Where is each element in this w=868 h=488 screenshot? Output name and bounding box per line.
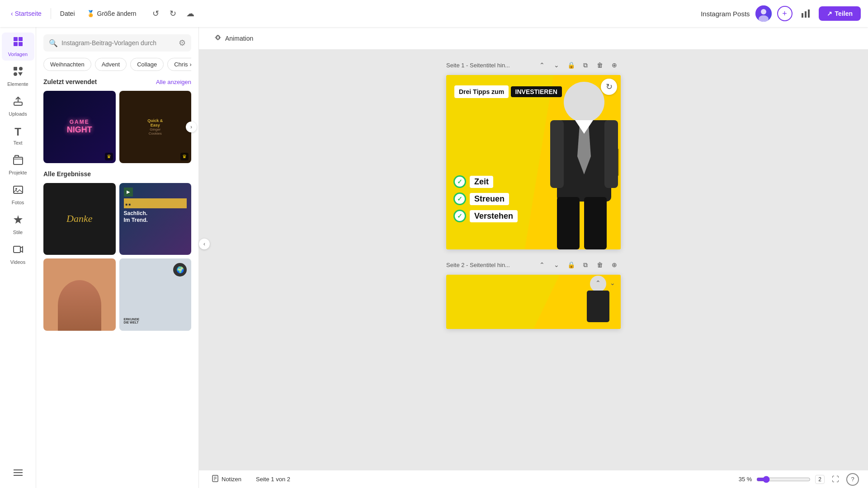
page-2-top-expand[interactable]: ⌄ (606, 277, 619, 289)
canvas-scroll[interactable]: Seite 1 - Seitentitel hin... ⌃ ⌄ 🔒 ⧉ 🗑 ⊕ (199, 50, 868, 470)
svg-rect-14 (14, 102, 22, 105)
sidebar-item-text[interactable]: T Text (2, 122, 34, 149)
template-danke[interactable]: Danke (43, 183, 116, 255)
sidebar-item-vorlagen[interactable]: Vorlagen (2, 33, 34, 61)
check-item-2: ✓ Streuen (453, 192, 518, 205)
add-button[interactable]: + (777, 6, 793, 21)
page-1-add-btn[interactable]: ⊕ (608, 59, 621, 71)
page-2-lock-btn[interactable]: 🔒 (565, 258, 577, 271)
checklist: ✓ Zeit ✓ Streuen ✓ Verstehen (453, 175, 518, 222)
all-results-header: Alle Ergebnisse (43, 170, 191, 178)
project-name: Instagram Posts (701, 10, 750, 18)
animation-label: Animation (225, 35, 253, 42)
page-1-delete-btn[interactable]: 🗑 (594, 59, 606, 71)
design-canvas-page-1[interactable]: Drei Tipps zum INVESTIEREN ✓ Zeit ✓ Stre… (446, 75, 621, 249)
svg-point-11 (19, 67, 23, 70)
filter-icon[interactable]: ⚙ (179, 38, 186, 48)
sidebar-item-videos[interactable]: Videos (2, 240, 34, 268)
notes-icon (212, 475, 219, 483)
save-cloud-button[interactable]: ☁ (183, 6, 198, 21)
page-1-copy-btn[interactable]: ⧉ (579, 59, 592, 71)
sidebar-item-uploads[interactable]: Uploads (2, 92, 34, 120)
template-sachlich[interactable]: ▶ ■ ■ Sachlich.Im Trend. (119, 183, 192, 255)
page-1-collapse-btn[interactable]: ⌃ (536, 59, 548, 71)
template-couple[interactable] (43, 258, 116, 331)
undo-button[interactable]: ↺ (148, 6, 164, 21)
check-icon-1: ✓ (453, 175, 466, 188)
svg-point-24 (564, 82, 604, 122)
sidebar-item-elemente[interactable]: Elemente (2, 62, 34, 90)
page-2-header: Seite 2 - Seitentitel hin... ⌃ ⌄ 🔒 ⧉ 🗑 ⊕ (446, 258, 621, 271)
notes-svg (212, 475, 219, 482)
tag-chris[interactable]: Chris › (167, 58, 191, 71)
datei-menu[interactable]: Datei (57, 7, 79, 20)
cookie-content: Quick & Easy Ginger Cookies (147, 118, 163, 136)
tag-collage[interactable]: Collage (130, 58, 164, 71)
search-input[interactable] (61, 39, 175, 47)
size-change-button[interactable]: 🏅 Größe ändern (82, 7, 141, 20)
tag-row: Weihnachten Advent Collage Chris › (43, 58, 191, 71)
photo-icon (13, 184, 24, 195)
template-world[interactable]: 🌍 ERKUNDE DIE WELT (119, 258, 192, 331)
template-cookie[interactable]: Quick & Easy Ginger Cookies ♛ (119, 91, 192, 163)
elements-icon (13, 66, 24, 77)
folder-icon (13, 155, 24, 165)
header-tools: ↺ ↻ ☁ (148, 6, 198, 21)
sidebar-item-fotos[interactable]: Fotos (2, 181, 34, 209)
avatar-image (755, 5, 772, 22)
sidebar-item-stile[interactable]: Stile (2, 211, 34, 239)
sidebar-item-projekte[interactable]: Projekte (2, 151, 34, 179)
canvas-area: Animation Seite 1 - Seitentitel hin... ⌃… (199, 27, 868, 488)
svg-point-1 (761, 9, 766, 14)
zoom-slider[interactable] (756, 476, 811, 483)
page-2-ctrl-row: ⌃ ⌄ (592, 277, 619, 289)
page-2-expand-btn[interactable]: ⌄ (550, 258, 563, 271)
redo-button[interactable]: ↻ (165, 6, 181, 21)
elemente-icon (13, 66, 24, 80)
canvas-refresh-button[interactable]: ↻ (601, 79, 617, 95)
videos-icon (13, 244, 24, 258)
page-1-controls: ⌃ ⌄ 🔒 ⧉ 🗑 ⊕ (536, 59, 621, 71)
page-2-container: Seite 2 - Seitentitel hin... ⌃ ⌄ 🔒 ⧉ 🗑 ⊕ (446, 258, 621, 329)
tag-advent[interactable]: Advent (95, 58, 127, 71)
search-bar: 🔍 ⚙ (43, 34, 191, 52)
danke-text: Danke (66, 213, 92, 225)
help-button[interactable]: ? (846, 473, 859, 486)
animation-button[interactable]: Animation (208, 30, 259, 46)
svg-rect-10 (14, 67, 17, 70)
page-2-delete-btn[interactable]: 🗑 (594, 258, 606, 271)
template-game-night[interactable]: GAME NIGHT ♛ (43, 91, 116, 163)
tag-weihnachten[interactable]: Weihnachten (43, 58, 91, 71)
back-button[interactable]: ‹ Startseite (7, 7, 45, 20)
page-count-badge: 2 (815, 475, 825, 484)
page-2-add-btn[interactable]: ⊕ (608, 258, 621, 271)
page-1-expand-btn[interactable]: ⌄ (550, 59, 563, 71)
fullscreen-button[interactable]: ⛶ (829, 473, 842, 486)
page-2-copy-btn[interactable]: ⧉ (579, 258, 592, 271)
panel-collapse-handle[interactable]: ‹ (199, 239, 210, 249)
recent-next-arrow[interactable]: › (186, 122, 197, 132)
stats-button[interactable] (798, 6, 813, 21)
hamburger-icon (13, 469, 24, 476)
world-content: 🌍 ERKUNDE DIE WELT (119, 258, 192, 331)
recent-templates-row: GAME NIGHT ♛ Quick & Easy Ginger Cookies… (43, 91, 191, 163)
svg-rect-16 (15, 155, 19, 157)
svg-rect-4 (805, 11, 807, 18)
page-1-header: Seite 1 - Seitentitel hin... ⌃ ⌄ 🔒 ⧉ 🗑 ⊕ (446, 59, 621, 71)
svg-rect-8 (14, 42, 18, 46)
page-2-top-collapse[interactable]: ⌃ (592, 277, 604, 289)
page-2-collapse-btn[interactable]: ⌃ (536, 258, 548, 271)
check-icon-3: ✓ (453, 210, 466, 222)
share-button[interactable]: ↗ Teilen (819, 6, 861, 21)
uploads-icon (13, 96, 24, 109)
svg-rect-19 (14, 246, 20, 253)
show-all-link[interactable]: Alle anzeigen (156, 79, 191, 85)
page-1-lock-btn[interactable]: 🔒 (565, 59, 577, 71)
svg-rect-33 (587, 291, 609, 322)
svg-rect-5 (808, 9, 810, 18)
sidebar-item-lines[interactable] (2, 464, 34, 483)
notes-button[interactable]: Notizen (208, 473, 245, 485)
design-canvas-page-2[interactable]: ⌃ ⌄ (446, 275, 621, 329)
resize-icon: 🏅 (87, 10, 94, 17)
user-avatar[interactable] (755, 5, 772, 22)
